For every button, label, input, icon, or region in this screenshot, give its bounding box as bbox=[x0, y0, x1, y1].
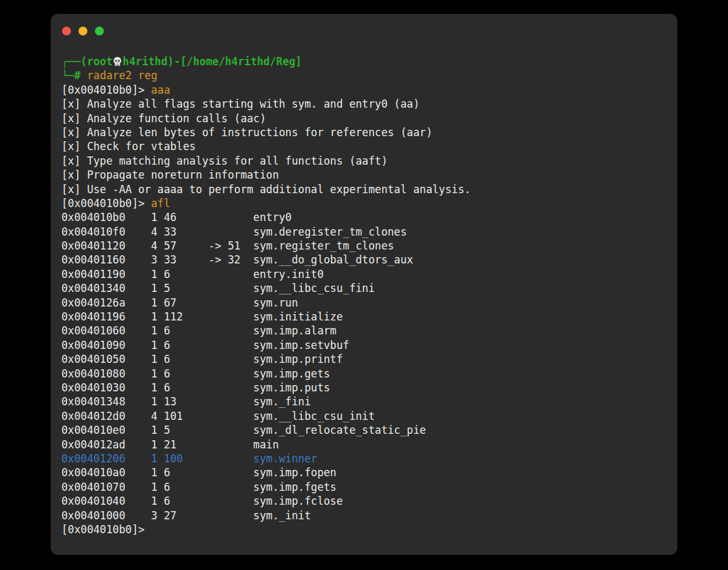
text-segment: 0x00401080 1 6 sym.imp.gets bbox=[61, 367, 330, 380]
text-segment: [x] Check for vtables bbox=[61, 140, 196, 153]
terminal-line: ┌──(rooth4rithd)-[/home/h4rithd/Reg] bbox=[61, 54, 672, 68]
text-segment: 0x004010f0 4 33 sym.deregister_tm_clones bbox=[61, 225, 407, 238]
text-segment: 0x00401000 3 27 sym._init bbox=[61, 509, 311, 522]
terminal-line: [x] Propagate noreturn information bbox=[61, 168, 672, 182]
terminal-line: 0x00401206 1 100 sym.winner bbox=[61, 452, 672, 466]
text-segment: 0x00401030 1 6 sym.imp.puts bbox=[61, 381, 330, 394]
text-segment: [0x004010b0]> bbox=[61, 84, 151, 96]
skull-icon bbox=[113, 54, 123, 68]
terminal-line: 0x00401080 1 6 sym.imp.gets bbox=[61, 367, 672, 381]
terminal-line: 0x004012ad 1 21 main bbox=[61, 438, 672, 452]
text-segment: 0x00401050 1 6 sym.imp.printf bbox=[61, 353, 343, 365]
text-segment: [0x004010b0]> bbox=[61, 197, 151, 210]
terminal-line: 0x00401090 1 6 sym.imp.setvbuf bbox=[61, 338, 672, 352]
text-segment: 0x00401090 1 6 sym.imp.setvbuf bbox=[61, 339, 349, 352]
text-segment: [0x004010b0]> bbox=[61, 523, 144, 536]
terminal-line: 0x00401340 1 5 sym.__libc_csu_fini bbox=[61, 281, 672, 295]
text-segment: h4rithd)-[/home/h4rithd/Reg] bbox=[123, 55, 302, 68]
terminal-line: 0x00401190 1 6 entry.init0 bbox=[61, 267, 672, 281]
terminal-line: [0x004010b0]> aaa bbox=[61, 83, 672, 97]
text-segment: ┌──(root bbox=[61, 55, 113, 68]
terminal-line: 0x0040126a 1 67 sym.run bbox=[61, 296, 672, 310]
terminal-line: 0x00401348 1 13 sym._fini bbox=[61, 395, 672, 408]
terminal-line: 0x004010e0 1 5 sym._dl_relocate_static_p… bbox=[61, 423, 672, 437]
text-segment: 0x00401196 1 112 sym.initialize bbox=[61, 310, 343, 323]
text-segment: 0x00401348 1 13 sym._fini bbox=[61, 395, 311, 408]
terminal-line: [x] Check for vtables bbox=[61, 139, 672, 153]
text-segment: 0x004010a0 1 6 sym.imp.fopen bbox=[61, 466, 336, 479]
text-segment: [x] Analyze all flags starting with sym.… bbox=[61, 98, 420, 110]
terminal-line: [x] Type matching analysis for all funct… bbox=[61, 154, 672, 168]
maximize-button[interactable] bbox=[95, 27, 104, 35]
terminal-line: 0x00401060 1 6 sym.imp.alarm bbox=[61, 324, 672, 338]
text-segment: 0x00401060 1 6 sym.imp.alarm bbox=[61, 324, 336, 337]
text-segment: 0x00401070 1 6 sym.imp.fgets bbox=[61, 481, 336, 493]
text-segment: 0x00401206 1 100 sym.winner bbox=[61, 452, 317, 465]
terminal-line: 0x00401040 1 6 sym.imp.fclose bbox=[61, 494, 672, 508]
text-segment: [x] Analyze function calls (aac) bbox=[61, 112, 266, 125]
terminal-line: [0x004010b0]> bbox=[61, 522, 672, 536]
terminal-line: 0x00401196 1 112 sym.initialize bbox=[61, 310, 672, 324]
text-segment: 0x00401190 1 6 entry.init0 bbox=[61, 268, 323, 281]
terminal-line: 0x004010b0 1 46 entry0 bbox=[61, 210, 672, 224]
text-segment: 0x004010b0 1 46 entry0 bbox=[61, 211, 292, 224]
terminal-line: 0x00401120 4 57 -> 51 sym.register_tm_cl… bbox=[61, 239, 672, 253]
text-segment: afl bbox=[151, 197, 170, 210]
terminal-line: [x] Use -AA or aaaa to perform additiona… bbox=[61, 182, 672, 196]
terminal-line: [x] Analyze len bytes of instructions fo… bbox=[61, 125, 672, 139]
text-segment: [x] Analyze len bytes of instructions fo… bbox=[61, 126, 432, 139]
text-segment: aaa bbox=[151, 84, 170, 96]
text-segment: 0x00401340 1 5 sym.__libc_csu_fini bbox=[61, 282, 375, 294]
text-segment: 0x004012ad 1 21 main bbox=[61, 438, 279, 451]
terminal-line: [x] Analyze function calls (aac) bbox=[61, 111, 672, 125]
terminal-line: 0x004010f0 4 33 sym.deregister_tm_clones bbox=[61, 225, 672, 239]
text-segment: 0x00401160 3 33 -> 32 sym.__do_global_dt… bbox=[61, 253, 413, 266]
close-button[interactable] bbox=[62, 27, 71, 35]
terminal-line: └─# radare2 reg bbox=[61, 68, 672, 82]
text-segment: 0x00401040 1 6 sym.imp.fclose bbox=[61, 495, 343, 507]
terminal-line: [x] Analyze all flags starting with sym.… bbox=[61, 97, 672, 111]
terminal-window: ┌──(rooth4rithd)-[/home/h4rithd/Reg]└─# … bbox=[51, 14, 677, 555]
text-segment: 0x0040126a 1 67 sym.run bbox=[61, 296, 298, 309]
minimize-button[interactable] bbox=[78, 27, 87, 35]
text-segment: 0x004010e0 1 5 sym._dl_relocate_static_p… bbox=[61, 424, 426, 436]
terminal-line: 0x00401160 3 33 -> 32 sym.__do_global_dt… bbox=[61, 253, 672, 267]
terminal-line: 0x00401030 1 6 sym.imp.puts bbox=[61, 381, 672, 395]
terminal-line: 0x00401000 3 27 sym._init bbox=[61, 509, 672, 522]
terminal-body[interactable]: ┌──(rooth4rithd)-[/home/h4rithd/Reg]└─# … bbox=[61, 54, 672, 536]
text-segment: 0x00401120 4 57 -> 51 sym.register_tm_cl… bbox=[61, 239, 394, 252]
text-segment: 0x004012d0 4 101 sym.__libc_csu_init bbox=[61, 410, 375, 422]
terminal-line: 0x004010a0 1 6 sym.imp.fopen bbox=[61, 466, 672, 479]
window-controls bbox=[62, 27, 104, 35]
terminal-line: 0x00401050 1 6 sym.imp.printf bbox=[61, 352, 672, 366]
text-segment: [x] Type matching analysis for all funct… bbox=[61, 155, 387, 167]
text-segment: [x] Use -AA or aaaa to perform additiona… bbox=[61, 183, 471, 196]
text-segment: radare2 reg bbox=[87, 69, 157, 82]
terminal-line: [0x004010b0]> afl bbox=[61, 196, 672, 210]
text-segment: └─# bbox=[61, 69, 87, 82]
terminal-line: 0x004012d0 4 101 sym.__libc_csu_init bbox=[61, 409, 672, 423]
terminal-line: 0x00401070 1 6 sym.imp.fgets bbox=[61, 480, 672, 494]
text-segment: [x] Propagate noreturn information bbox=[61, 168, 279, 181]
